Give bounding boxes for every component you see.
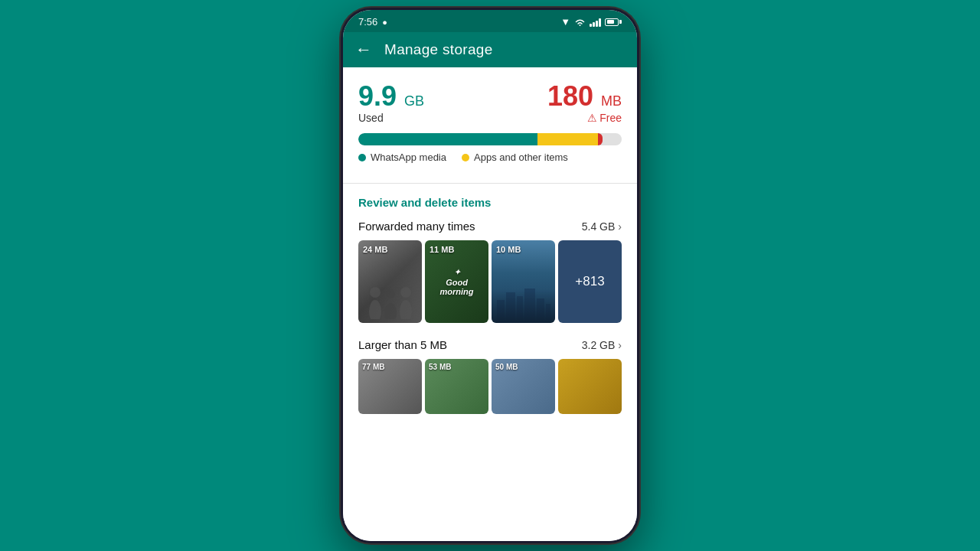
svg-rect-11 — [546, 304, 550, 323]
free-section: 180 MB ⚠ Free — [547, 83, 622, 124]
svg-point-2 — [384, 303, 397, 319]
good-morning-text: ✦ Goodmorning — [440, 268, 474, 296]
notify-dot: ● — [382, 18, 387, 27]
apps-progress — [537, 133, 598, 145]
forwarded-thumbnails: 24 MB — [358, 240, 622, 323]
large-thumbnails: 77 MB 53 MB 50 MB — [358, 359, 622, 414]
wifi-icon-svg — [574, 18, 586, 27]
thumb-size-2: 11 MB — [430, 245, 454, 254]
signal-icon — [590, 18, 601, 27]
thumb-size-3: 10 MB — [496, 245, 521, 254]
category-forwarded-header: Forwarded many times 5.4 GB › — [358, 220, 622, 233]
page-title: Manage storage — [384, 41, 493, 58]
category-forwarded-name: Forwarded many times — [358, 220, 475, 233]
wifi-icon: ▼ — [560, 16, 570, 28]
thumb-size-large-2: 53 MB — [429, 363, 451, 371]
thumbnail-large-3[interactable]: 50 MB — [492, 359, 555, 414]
storage-summary: 9.9 GB Used 180 MB ⚠ Free — [343, 67, 637, 175]
forwarded-size-value: 5.4 GB — [582, 220, 616, 233]
warning-icon: ⚠ — [587, 112, 597, 124]
critical-progress — [598, 133, 603, 145]
thumbnail-crowd[interactable]: 24 MB — [358, 240, 422, 323]
legend-apps: Apps and other items — [462, 152, 568, 163]
more-count: +813 — [575, 274, 604, 289]
category-large-header: Larger than 5 MB 3.2 GB › — [358, 338, 622, 351]
svg-rect-9 — [524, 289, 535, 323]
review-title: Review and delete items — [358, 196, 622, 209]
svg-point-5 — [400, 287, 411, 298]
svg-rect-6 — [497, 300, 505, 323]
thumb-size-large-1: 77 MB — [362, 363, 384, 371]
thumb-size-1: 24 MB — [363, 245, 387, 254]
status-right: ▼ — [560, 16, 622, 28]
thumbnail-more[interactable]: +813 — [558, 240, 622, 323]
used-amount: 9.9 GB — [358, 83, 424, 110]
phone-frame: 7:56 ● ▼ — [341, 8, 639, 543]
storage-progress-bar — [358, 133, 622, 145]
review-section: Review and delete items Forwarded many t… — [343, 184, 637, 420]
legend-whatsapp: WhatsApp media — [358, 152, 446, 163]
battery-icon — [605, 18, 622, 26]
status-bar: 7:56 ● ▼ — [343, 10, 637, 32]
main-content: 9.9 GB Used 180 MB ⚠ Free — [343, 67, 637, 541]
thumb-size-large-3: 50 MB — [495, 363, 518, 371]
app-bar: ← Manage storage — [343, 32, 637, 67]
svg-rect-7 — [506, 292, 515, 323]
used-section: 9.9 GB Used — [358, 83, 424, 124]
svg-point-1 — [370, 287, 381, 298]
svg-rect-8 — [517, 296, 523, 323]
free-amount: 180 MB — [547, 83, 622, 110]
used-label: Used — [358, 112, 424, 124]
thumbnail-city[interactable]: 10 MB — [492, 240, 555, 323]
whatsapp-progress — [358, 133, 537, 145]
thumbnail-large-4[interactable] — [558, 359, 622, 414]
whatsapp-dot — [358, 154, 366, 161]
svg-point-0 — [369, 300, 381, 319]
category-forwarded-size[interactable]: 5.4 GB › — [582, 220, 622, 233]
category-large-size[interactable]: 3.2 GB › — [582, 339, 622, 351]
svg-point-3 — [386, 289, 395, 298]
back-button[interactable]: ← — [355, 41, 372, 58]
chevron-right-icon-2: › — [618, 339, 622, 351]
chevron-right-icon: › — [618, 220, 622, 233]
thumbnail-goodmorning[interactable]: 11 MB ✦ Goodmorning — [425, 240, 488, 323]
svg-rect-10 — [537, 298, 544, 323]
free-label: ⚠ Free — [587, 112, 622, 124]
large-size-value: 3.2 GB — [582, 339, 616, 351]
svg-point-4 — [400, 300, 412, 319]
storage-legend: WhatsApp media Apps and other items — [358, 152, 622, 163]
apps-legend-label: Apps and other items — [474, 152, 568, 163]
phone-screen: 7:56 ● ▼ — [343, 10, 637, 541]
whatsapp-legend-label: WhatsApp media — [371, 152, 446, 163]
category-large-name: Larger than 5 MB — [358, 338, 447, 351]
thumbnail-large-2[interactable]: 53 MB — [425, 359, 488, 414]
thumbnail-large-1[interactable]: 77 MB — [358, 359, 422, 414]
status-left: 7:56 ● — [358, 16, 387, 28]
storage-numbers: 9.9 GB Used 180 MB ⚠ Free — [358, 83, 622, 124]
apps-dot — [462, 154, 469, 161]
status-time: 7:56 — [358, 16, 377, 28]
